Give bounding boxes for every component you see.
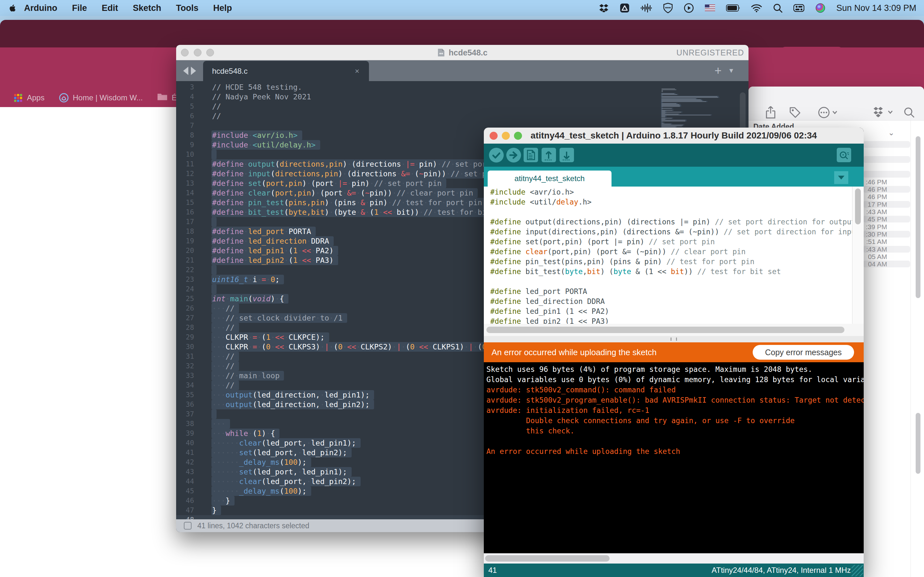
line-number: 19: [176, 236, 194, 246]
board-status: ATtiny24/44/84, ATtiny24, Internal 1 MHz: [712, 564, 851, 577]
line-number: 12: [176, 169, 194, 179]
line-number: 8: [176, 131, 194, 140]
finder-toolbar: [748, 87, 924, 121]
sort-chevron-icon[interactable]: ⌄: [888, 128, 895, 137]
line-number: 35: [176, 390, 194, 400]
console-line: avrdude: stk500v2_program_enable(): bad …: [486, 395, 864, 405]
pane-splitter[interactable]: [484, 336, 864, 342]
console-output[interactable]: Sketch uses 96 bytes (4%) of program sto…: [484, 362, 864, 553]
arduino-code-line: #define led_direction DDRA: [490, 297, 605, 306]
line-number: 22: [176, 265, 194, 275]
line-number: 30: [176, 342, 194, 351]
resize-grip[interactable]: [851, 565, 863, 576]
vcs-icon[interactable]: [184, 522, 192, 530]
menu-bar-clock[interactable]: Sun Nov 14 3:09 PM: [837, 3, 916, 13]
sketch-tab[interactable]: atitny44_test_sketch: [488, 171, 612, 187]
new-tab-icon[interactable]: +: [714, 64, 722, 77]
menu-edit[interactable]: Edit: [102, 3, 118, 13]
line-number: 44: [176, 477, 194, 486]
line-number-status: 41: [488, 564, 497, 577]
line-number: 47: [176, 506, 194, 515]
tab-close-icon[interactable]: ×: [355, 67, 359, 76]
console-line: this check.: [486, 426, 575, 436]
drive-icon[interactable]: [620, 3, 630, 13]
line-number: 7: [176, 121, 194, 131]
overflow-icon[interactable]: ▼: [728, 67, 734, 74]
prev-tab-icon[interactable]: [183, 67, 188, 75]
open-button[interactable]: [541, 148, 556, 162]
copy-error-button[interactable]: Copy error messages: [753, 345, 854, 359]
line-number: 28: [176, 323, 194, 332]
battery-icon[interactable]: [726, 5, 740, 11]
arduino-title-bar: atitny44_test_sketch | Arduino 1.8.17 Ho…: [484, 127, 864, 143]
console-hscrollbar[interactable]: [484, 553, 864, 564]
finder-scrollbar[interactable]: [916, 136, 921, 298]
bookmark-label: Home | Wisdom W...: [73, 93, 143, 102]
arduino-code-line: #define led_port PORTA: [490, 287, 587, 297]
serial-monitor-button[interactable]: [837, 148, 851, 162]
arduino-code-line: #define led_pin1 (1 << PA2): [490, 306, 609, 316]
waveform-icon[interactable]: [641, 3, 652, 13]
tab-hcde548[interactable]: hcde548.c ×: [203, 61, 369, 81]
menu-file[interactable]: File: [72, 3, 87, 13]
window-title: hcde548.c: [176, 45, 748, 60]
code-vscrollbar[interactable]: [852, 187, 864, 324]
arduino-status-bar: 41 ATtiny24/44/84, ATtiny24, Internal 1 …: [484, 564, 864, 577]
upload-button[interactable]: [506, 148, 521, 163]
arduino-toolbar: [484, 143, 864, 167]
bookmark-label: Apps: [27, 93, 45, 102]
line-number: 5: [176, 102, 194, 111]
line-number: 37: [176, 409, 194, 419]
sublime-tab-bar: hcde548.c × +▼: [176, 60, 748, 81]
tab-dropdown-button[interactable]: [834, 171, 848, 184]
tab-nav-buttons[interactable]: [176, 60, 203, 81]
line-number: 13: [176, 179, 194, 188]
us-flag-icon[interactable]: [705, 5, 715, 11]
list-row-stripe: [863, 156, 910, 163]
save-button[interactable]: [559, 148, 574, 162]
siri-icon[interactable]: [815, 3, 825, 13]
line-number: 20: [176, 246, 194, 255]
line-number: 4: [176, 92, 194, 102]
line-number: 17: [176, 217, 194, 227]
folder-icon: [157, 92, 168, 103]
arduino-code-line: #include <util/delay.h>: [490, 197, 591, 207]
list-row-stripe: [863, 171, 910, 177]
apps-grid-icon: [13, 93, 23, 103]
knot-icon: [59, 93, 69, 103]
tab-bar-actions[interactable]: +▼: [714, 60, 734, 81]
finder-scrollbar-lower[interactable]: [916, 413, 921, 474]
play-circle-icon[interactable]: [684, 3, 694, 13]
menu-tools[interactable]: Tools: [176, 3, 199, 13]
spotlight-icon[interactable]: [773, 3, 782, 13]
new-sketch-button[interactable]: [523, 148, 538, 162]
control-center-icon[interactable]: [793, 4, 804, 12]
line-number: 11: [176, 159, 194, 169]
sketch-code[interactable]: #include <avr/io.h>#include <util/delay.…: [484, 187, 852, 324]
line-number: 16: [176, 207, 194, 217]
bookmark-home-wisdom-w-[interactable]: Home | Wisdom W...: [59, 93, 143, 103]
shield-icon[interactable]: [663, 3, 673, 13]
finder-scroll-divider: [911, 121, 911, 577]
line-number: 18: [176, 227, 194, 236]
verify-button[interactable]: [489, 148, 504, 163]
line-number: 21: [176, 255, 194, 265]
line-number: 23: [176, 275, 194, 284]
dropbox-icon[interactable]: [599, 4, 609, 12]
apple-menu-icon[interactable]: [8, 3, 17, 13]
menu-sketch[interactable]: Sketch: [133, 3, 162, 13]
bookmark-apps[interactable]: Apps: [13, 93, 45, 103]
menu-app-name[interactable]: Arduino: [24, 3, 57, 13]
code-hscrollbar[interactable]: [484, 324, 864, 336]
line-number: 42: [176, 458, 194, 467]
selection-status: 41 lines, 1042 characters selected: [197, 522, 309, 530]
line-number: 41: [176, 448, 194, 458]
line-number: 3: [176, 82, 194, 92]
menu-help[interactable]: Help: [213, 3, 232, 13]
next-tab-icon[interactable]: [191, 67, 196, 75]
line-number: 29: [176, 332, 194, 342]
wifi-icon[interactable]: [751, 4, 762, 12]
document-icon: [437, 48, 445, 57]
line-number: 15: [176, 198, 194, 207]
menu-bar: Arduino FileEditSketchToolsHelp Sun Nov …: [0, 0, 924, 16]
